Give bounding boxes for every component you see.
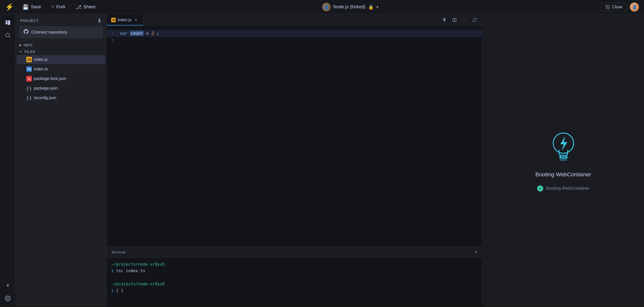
sidebar-header: PROJECT ⬇ — [16, 14, 106, 26]
project-title: 👤 Node.js (forked) 🔒 ▾ — [322, 3, 378, 11]
tab-js-icon: JS — [111, 18, 116, 22]
status-row: ✓ Booting WebContainer — [537, 185, 589, 191]
sidebar-item-settings[interactable] — [2, 293, 13, 304]
terminal-line-3 — [111, 274, 478, 281]
code-line-1: 1 var count = 2 ; — [107, 30, 482, 37]
right-panel: Booting WebContainer ✓ Booting WebContai… — [482, 14, 644, 307]
file-item-package-lock-json[interactable]: ■ package-lock.json — [17, 74, 105, 83]
file-item-package-json[interactable]: {·} package.json — [17, 84, 105, 93]
svg-point-4 — [6, 33, 9, 37]
share-button[interactable]: ⎇ Share — [71, 3, 100, 12]
json-gray-file-icon: {·} — [26, 86, 32, 91]
activity-bar — [0, 14, 16, 307]
info-section-header[interactable]: ▶ INFO — [16, 42, 106, 48]
sidebar-item-search[interactable] — [2, 30, 13, 41]
svg-point-6 — [7, 285, 9, 287]
split-editor-button[interactable] — [450, 16, 459, 24]
svg-rect-1 — [6, 22, 8, 22]
tsconfig-file-icon: {·} — [26, 95, 32, 101]
svg-rect-0 — [6, 20, 8, 21]
project-avatar: 👤 — [322, 3, 331, 11]
file-item-tsconfig-json[interactable]: {·} tsconfig.json — [17, 93, 105, 102]
main-area: PROJECT ⬇ Connect repository ▶ INFO ▼ FI… — [0, 14, 644, 307]
lock-icon: 🔒 — [368, 4, 374, 10]
close-icon: ⬛ — [605, 5, 610, 9]
files-section-header[interactable]: ▼ FILES — [16, 48, 106, 55]
download-icon[interactable]: ⬇ — [97, 18, 102, 24]
terminal-header: Terminal + — [107, 247, 482, 258]
save-icon: 💾 — [22, 4, 29, 10]
chevron-right-icon: ▶ — [19, 43, 22, 47]
chevron-down-icon[interactable]: ▾ — [376, 4, 378, 10]
webcontainer-logo — [546, 130, 581, 165]
share-icon: ⎇ — [76, 4, 81, 10]
connect-repository-button[interactable]: Connect repository — [19, 26, 103, 38]
svg-rect-9 — [455, 18, 456, 22]
editor-area: JS index.js ✕ ··· 1 — [107, 14, 482, 307]
refresh-button[interactable] — [471, 16, 479, 24]
terminal-line-5: ❯ [ ] — [111, 287, 478, 294]
file-item-index-js[interactable]: JS index.js — [17, 55, 105, 64]
close-button[interactable]: ⬛ Close — [601, 3, 627, 11]
svg-point-7 — [7, 298, 9, 299]
terminal-body[interactable]: ~/projects/node-xr8yu5 ❯ tsc index.ts ~/… — [107, 258, 482, 307]
logo-icon: ⚡ — [5, 3, 14, 11]
terminal-line-1: ~/projects/node-xr8yu5 — [111, 261, 478, 268]
code-editor[interactable]: 1 var count = 2 ; 2 — [107, 26, 482, 246]
editor-tabs: JS index.js ✕ ··· — [107, 14, 482, 26]
terminal-line-2: ❯ tsc index.ts — [111, 268, 478, 274]
terminal: Terminal + ~/projects/node-xr8yu5 ❯ tsc … — [107, 246, 482, 307]
fork-button[interactable]: ⑂ Fork — [47, 3, 69, 11]
editor-tab-actions: ··· — [437, 16, 482, 24]
save-button[interactable]: 💾 Save — [18, 3, 45, 12]
sidebar: PROJECT ⬇ Connect repository ▶ INFO ▼ FI… — [16, 14, 107, 307]
svg-rect-2 — [6, 23, 8, 24]
status-check-icon: ✓ — [537, 185, 543, 191]
chevron-down-icon: ▼ — [19, 50, 22, 53]
js-file-icon: JS — [26, 57, 32, 62]
terminal-add-button[interactable]: + — [474, 249, 478, 255]
ts-file-icon: TS — [26, 66, 32, 72]
file-item-index-ts[interactable]: TS index.ts — [17, 65, 105, 74]
tab-close-button[interactable]: ✕ — [133, 17, 138, 22]
code-line-2: 2 — [107, 37, 482, 44]
fork-icon: ⑂ — [51, 4, 54, 10]
more-options-button[interactable]: ··· — [461, 16, 469, 24]
github-icon — [23, 29, 29, 36]
terminal-line-4: ~/projects/node-xr8yu5 — [111, 281, 478, 287]
webcontainer-title: Booting WebContainer — [535, 171, 591, 178]
sidebar-item-explorer[interactable] — [2, 17, 13, 28]
sidebar-item-extensions[interactable] — [2, 280, 13, 291]
topbar: ⚡ 💾 Save ⑂ Fork ⎇ Share 👤 Node.js (forke… — [0, 0, 644, 14]
topbar-right: ⬛ Close 👤 — [601, 3, 639, 12]
user-avatar[interactable]: 👤 — [630, 3, 639, 12]
svg-rect-8 — [453, 18, 454, 22]
svg-rect-3 — [8, 20, 10, 25]
topbar-center: 👤 Node.js (forked) 🔒 ▾ — [102, 3, 599, 11]
tab-index-js[interactable]: JS index.js ✕ — [107, 14, 143, 25]
json-red-file-icon: ■ — [26, 76, 32, 81]
svg-line-5 — [9, 37, 10, 38]
pin-button[interactable] — [440, 16, 448, 24]
